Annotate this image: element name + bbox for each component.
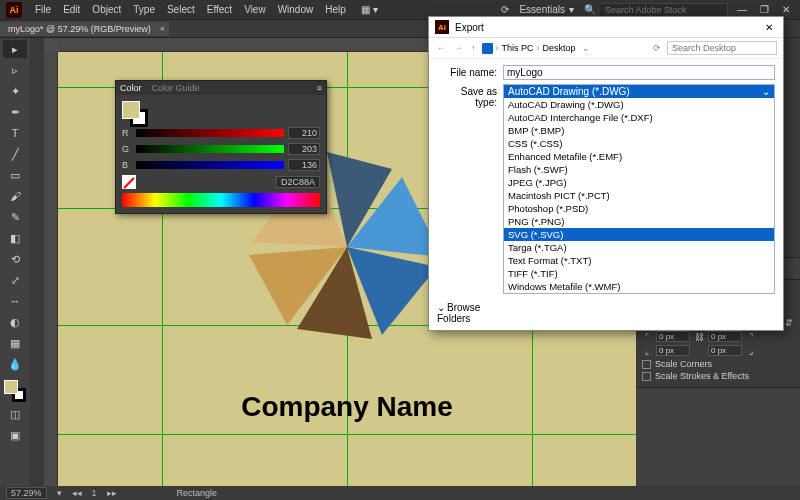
saveas-option[interactable]: AutoCAD Interchange File (*.DXF): [504, 111, 774, 124]
close-tab-icon[interactable]: ×: [160, 24, 165, 33]
artboard-nav-next-icon[interactable]: ▸▸: [107, 488, 117, 498]
menu-window[interactable]: Window: [273, 4, 319, 15]
nav-fwd-icon[interactable]: →: [452, 43, 465, 53]
spectrum-strip[interactable]: [122, 193, 320, 207]
eraser-tool[interactable]: ◧: [3, 229, 27, 247]
saveas-option[interactable]: Text Format (*.TXT): [504, 254, 774, 267]
saveas-option[interactable]: JPEG (*.JPG): [504, 176, 774, 189]
corner-tl-field[interactable]: [656, 331, 690, 342]
panel-menu-icon[interactable]: ≡: [317, 83, 322, 93]
nav-back-icon[interactable]: ←: [435, 43, 448, 53]
menu-file[interactable]: File: [30, 4, 56, 15]
document-tab[interactable]: myLogo* @ 57.29% (RGB/Preview) ×: [0, 22, 169, 36]
artboard-nav-prev-icon[interactable]: ◂◂: [72, 488, 82, 498]
layout-grid-icon[interactable]: ▦ ▾: [361, 4, 378, 15]
saveas-option[interactable]: CSS (*.CSS): [504, 137, 774, 150]
selection-tool[interactable]: ▸: [3, 40, 27, 58]
browse-folders-toggle[interactable]: ⌄Browse Folders: [437, 298, 503, 324]
ruler-vertical[interactable]: [44, 52, 58, 486]
search-folder-input[interactable]: [667, 41, 777, 55]
zoom-dropdown-icon[interactable]: ▾: [57, 488, 62, 498]
breadcrumb-item[interactable]: Desktop: [543, 43, 576, 53]
saveas-option[interactable]: Targa (*.TGA): [504, 241, 774, 254]
menu-type[interactable]: Type: [128, 4, 160, 15]
color-panel[interactable]: Color Color Guide ≡ R210 G203 B136 D2C88…: [115, 80, 327, 214]
b-slider[interactable]: [136, 161, 284, 169]
workspace-switcher[interactable]: Essentials ▾: [511, 4, 582, 15]
pen-tool[interactable]: ✒: [3, 103, 27, 121]
search-stock-input[interactable]: [598, 3, 728, 17]
draw-mode-icon[interactable]: ◫: [3, 405, 27, 423]
color-tab[interactable]: Color: [120, 83, 142, 93]
menu-view[interactable]: View: [239, 4, 271, 15]
shape-builder-tool[interactable]: ◐: [3, 313, 27, 331]
direct-select-tool[interactable]: ▹: [3, 61, 27, 79]
cloud-sync-icon[interactable]: ⟳: [501, 4, 509, 15]
menu-select[interactable]: Select: [162, 4, 200, 15]
window-restore-icon[interactable]: ❐: [756, 4, 772, 15]
saveas-option[interactable]: SVG (*.SVG): [504, 228, 774, 241]
fill-color-swatch[interactable]: [122, 101, 140, 119]
scale-corners-checkbox[interactable]: Scale Corners: [642, 359, 794, 369]
flip-v-icon[interactable]: ⇵: [784, 318, 794, 328]
saveas-option[interactable]: AutoCAD Drawing (*.DWG): [504, 98, 774, 111]
line-tool[interactable]: ╱: [3, 145, 27, 163]
logo-text[interactable]: Company Name: [241, 391, 453, 423]
fill-stroke-swatches[interactable]: [4, 380, 26, 402]
saveas-selected[interactable]: AutoCAD Drawing (*.DWG)⌄: [504, 85, 774, 98]
r-value[interactable]: 210: [288, 127, 320, 139]
color-guide-tab[interactable]: Color Guide: [152, 83, 200, 93]
corner-br-field[interactable]: [708, 345, 742, 356]
saveas-option[interactable]: BMP (*.BMP): [504, 124, 774, 137]
saveas-option[interactable]: Enhanced Metafile (*.EMF): [504, 150, 774, 163]
g-value[interactable]: 203: [288, 143, 320, 155]
window-minimize-icon[interactable]: —: [734, 4, 750, 15]
dialog-close-icon[interactable]: ✕: [761, 22, 777, 33]
breadcrumb-item[interactable]: This PC: [502, 43, 534, 53]
b-value[interactable]: 136: [288, 159, 320, 171]
window-close-icon[interactable]: ✕: [778, 4, 794, 15]
type-tool[interactable]: T: [3, 124, 27, 142]
scale-strokes-checkbox[interactable]: Scale Strokes & Effects: [642, 371, 794, 381]
fill-swatch[interactable]: [4, 380, 18, 394]
breadcrumb-dropdown-icon[interactable]: ⌄: [580, 43, 592, 53]
link-corners-icon[interactable]: ⛓: [694, 332, 704, 342]
menu-edit[interactable]: Edit: [58, 4, 85, 15]
menu-effect[interactable]: Effect: [202, 4, 237, 15]
magic-wand-tool[interactable]: ✦: [3, 82, 27, 100]
rectangle-tool[interactable]: ▭: [3, 166, 27, 184]
app-logo: Ai: [6, 2, 22, 18]
saveas-combo[interactable]: AutoCAD Drawing (*.DWG)⌄ AutoCAD Drawing…: [503, 84, 775, 294]
saveas-option[interactable]: Photoshop (*.PSD): [504, 202, 774, 215]
saveas-option[interactable]: Macintosh PICT (*.PCT): [504, 189, 774, 202]
screen-mode-icon[interactable]: ▣: [3, 426, 27, 444]
color-swatches[interactable]: [122, 101, 148, 127]
r-slider[interactable]: [136, 129, 284, 137]
hex-value[interactable]: D2C88A: [276, 176, 320, 188]
refresh-icon[interactable]: ⟳: [651, 43, 663, 53]
width-tool[interactable]: ↔: [3, 292, 27, 310]
eyedropper-tool[interactable]: 💧: [3, 355, 27, 373]
corner-bl-field[interactable]: [656, 345, 690, 356]
zoom-field[interactable]: 57.29%: [6, 487, 47, 499]
saveas-option[interactable]: Windows Metafile (*.WMF): [504, 280, 774, 293]
menu-object[interactable]: Object: [87, 4, 126, 15]
menu-help[interactable]: Help: [320, 4, 351, 15]
nav-up-icon[interactable]: ↑: [469, 43, 478, 53]
pencil-tool[interactable]: ✎: [3, 208, 27, 226]
saveas-option[interactable]: Flash (*.SWF): [504, 163, 774, 176]
rotate-tool[interactable]: ⟲: [3, 250, 27, 268]
filename-input[interactable]: [503, 65, 775, 80]
saveas-option[interactable]: TIFF (*.TIF): [504, 267, 774, 280]
brush-tool[interactable]: 🖌: [3, 187, 27, 205]
g-slider[interactable]: [136, 145, 284, 153]
artboard-page[interactable]: 1: [92, 488, 97, 498]
breadcrumb[interactable]: › This PC › Desktop: [482, 43, 576, 54]
corner-tr-field[interactable]: [708, 331, 742, 342]
scale-tool[interactable]: ⤢: [3, 271, 27, 289]
none-color-icon[interactable]: [122, 175, 136, 189]
panel-dock-strip[interactable]: [30, 38, 44, 486]
gradient-tool[interactable]: ▦: [3, 334, 27, 352]
saveas-option[interactable]: PNG (*.PNG): [504, 215, 774, 228]
corner-tr-icon: ⌝: [746, 332, 756, 342]
